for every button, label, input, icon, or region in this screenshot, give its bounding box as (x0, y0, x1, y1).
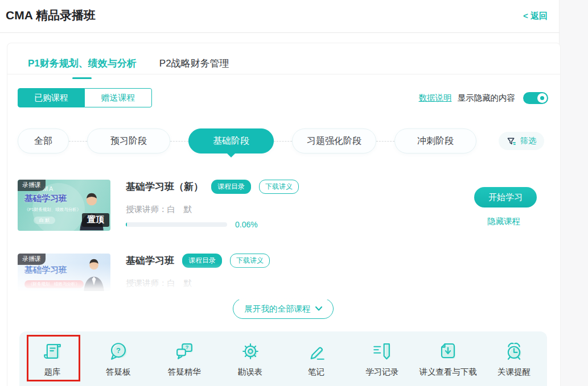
stage-connector (274, 141, 292, 142)
tool-label: 学习记录 (365, 367, 398, 377)
header-divider (0, 32, 560, 33)
tool-question-bank[interactable]: 题库 (19, 339, 85, 377)
course-catalog-button[interactable]: 课程目录 (182, 254, 222, 268)
recorded-course-badge: 录播课 (18, 254, 46, 265)
tool-class-reminder[interactable]: 关课提醒 (481, 339, 547, 377)
tool-errata[interactable]: 勘误表 (217, 339, 283, 377)
stage-pill-sprint[interactable]: 冲刺阶段 (394, 128, 476, 153)
chevron-down-icon (315, 306, 322, 311)
course-list: 录播课 CMA 基础学习班 《P1财务规划、绩效与分析》 白 默 置顶 (18, 180, 549, 298)
teacher-label: 授课讲师：白 默 (126, 204, 192, 215)
handout-view-download-icon (435, 339, 460, 364)
progress: 0.06% (126, 220, 258, 229)
stage-pill-basic[interactable]: 基础阶段 (188, 128, 274, 153)
download-handout-button[interactable]: 下载讲义 (259, 180, 299, 194)
errata-icon (238, 339, 263, 364)
tool-label: 笔记 (308, 367, 324, 377)
tool-label: 关课提醒 (497, 367, 531, 377)
visibility-controls: 数据说明 显示隐藏的内容 (419, 92, 549, 104)
pinned-badge: 置顶 (82, 213, 109, 227)
purchased-courses-button[interactable]: 已购课程 (18, 88, 85, 107)
part-tabs: P1财务规划、绩效与分析 P2战略财务管理 (28, 57, 560, 78)
hide-course-link[interactable]: 隐藏课程 (487, 216, 520, 227)
svg-text:?: ? (116, 346, 121, 355)
tool-qa-digest[interactable]: ? 答疑精华 (151, 339, 217, 377)
tool-label: 题库 (44, 367, 60, 377)
stage-connector (69, 141, 87, 142)
tool-label: 勘误表 (238, 367, 263, 377)
tabs-divider (7, 74, 560, 74)
course-row-1: 录播课 CMA 基础学习班 《P1财务规划、绩效与分析》 白 默 置顶 (18, 180, 549, 242)
course-row-2: 录播课 基础学习班 《财务规划、绩效与分析》 基础学习班 (18, 254, 549, 298)
filter-label: 筛选 (520, 136, 536, 146)
course-thumbnail[interactable]: 录播课 基础学习班 《财务规划、绩效与分析》 (18, 254, 110, 291)
data-note-link[interactable]: 数据说明 (419, 93, 452, 103)
recorded-course-badge: 录播课 (18, 180, 46, 191)
tab-p2[interactable]: P2战略财务管理 (159, 57, 229, 78)
page-title: CMA 精品录播班 (6, 7, 96, 23)
course-title: 基础学习班（新） (126, 180, 203, 193)
qa-board-icon: ? (106, 339, 131, 364)
tool-label: 讲义查看与下载 (419, 367, 477, 377)
toggle-knob (537, 93, 547, 103)
thumb-title: 基础学习班 (24, 265, 84, 276)
thumb-subtitle: 《财务规划、绩效与分析》 (24, 280, 84, 288)
course-catalog-button[interactable]: 课程目录 (211, 180, 251, 194)
class-reminder-icon (501, 339, 527, 364)
stage-pill-all[interactable]: 全部 (18, 128, 69, 153)
notes-icon (303, 339, 328, 364)
progress-bar (126, 222, 227, 227)
tool-handout-download[interactable]: 讲义查看与下载 (415, 339, 481, 377)
tab-p1[interactable]: P1财务规划、绩效与分析 (28, 57, 137, 78)
start-learning-button[interactable]: 开始学习 (474, 187, 537, 207)
course-thumbnail[interactable]: 录播课 CMA 基础学习班 《P1财务规划、绩效与分析》 白 默 置顶 (18, 180, 110, 231)
teacher-photo (80, 255, 108, 291)
tool-label: 答疑精华 (168, 367, 201, 377)
show-hidden-label: 显示隐藏的内容 (458, 93, 516, 103)
course-type-segment: 已购课程 赠送课程 (18, 88, 152, 107)
download-handout-button[interactable]: 下载讲义 (230, 254, 270, 268)
svg-text:?: ? (185, 345, 188, 350)
filter-button[interactable]: 筛选 (499, 132, 544, 150)
study-record-icon (369, 339, 394, 364)
course-center-page: CMA 精品录播班 < 返回 P1财务规划、绩效与分析 P2战略财务管理 已购课… (0, 0, 588, 386)
stage-connector (170, 141, 188, 142)
stage-filter-row: 全部 预习阶段 基础阶段 习题强化阶段 冲刺阶段 筛选 (18, 128, 544, 153)
expand-all-courses-button[interactable]: 展开我的全部课程 (233, 298, 334, 319)
teacher-label: 授课讲师：白 默 (126, 278, 192, 289)
thumb-teacher-tag: 白 默 (34, 217, 55, 224)
tool-label: 答疑板 (106, 367, 131, 377)
gifted-courses-button[interactable]: 赠送课程 (85, 88, 152, 107)
page-right-gutter (559, 0, 588, 386)
tool-notes[interactable]: 笔记 (283, 339, 349, 377)
tool-study-record[interactable]: 学习记录 (349, 339, 415, 377)
qa-digest-icon: ? (172, 339, 197, 364)
progress-percent: 0.06% (235, 220, 258, 229)
stage-connector (376, 141, 394, 142)
tools-panel: 题库 ? 答疑板 ? (19, 331, 547, 386)
tool-qa-board[interactable]: ? 答疑板 (85, 339, 151, 377)
thumb-subtitle: 《P1财务规划、绩效与分析》 (24, 207, 81, 213)
question-bank-icon (40, 339, 65, 364)
back-link[interactable]: < 返回 (523, 11, 548, 22)
stage-pill-preview[interactable]: 预习阶段 (87, 128, 170, 153)
course-card: P1财务规划、绩效与分析 P2战略财务管理 已购课程 赠送课程 数据说明 显示隐… (7, 43, 561, 386)
controls-row: 已购课程 赠送课程 数据说明 显示隐藏的内容 (18, 88, 548, 107)
thumb-title: 基础学习班 (24, 193, 81, 204)
stage-pill-exercise[interactable]: 习题强化阶段 (292, 128, 376, 153)
show-hidden-toggle[interactable] (523, 92, 548, 104)
course-title: 基础学习班 (126, 254, 174, 267)
funnel-icon (507, 136, 516, 146)
